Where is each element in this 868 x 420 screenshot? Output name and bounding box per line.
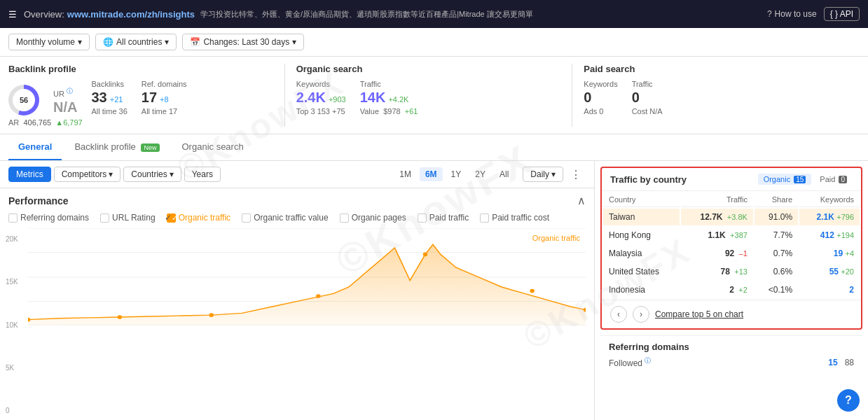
country-name: Hong Kong <box>603 227 680 244</box>
share-cell: <0.1% <box>755 281 798 298</box>
col-keywords: Keywords <box>799 192 860 207</box>
help-question-icon: ? <box>767 9 772 19</box>
share-cell: 0.6% <box>755 263 798 280</box>
checkbox-icon-url-rating[interactable] <box>100 214 109 223</box>
performance-title: Performance <box>8 195 69 206</box>
traffic-cell: 2 +2 <box>681 281 753 298</box>
main-content: Metrics Competitors ▾ Countries ▾ Years … <box>0 161 868 420</box>
paid-search-title: Paid search <box>584 64 848 74</box>
ur-stat: UR ⓘ N/A <box>53 87 77 115</box>
checkbox-icon-organic-traffic[interactable]: ✓ <box>167 214 176 223</box>
next-page-button[interactable]: › <box>633 306 649 323</box>
organic-tab[interactable]: Organic 15 <box>758 174 812 185</box>
country-name: Malaysia <box>603 245 680 262</box>
help-link[interactable]: ? How to use <box>767 9 817 19</box>
tab-organic-search[interactable]: Organic search <box>172 134 254 160</box>
share-cell: 0.7% <box>755 245 798 262</box>
traffic-country-header: Traffic by country Organic 15 Paid 0 <box>602 168 861 191</box>
chevron-down-icon: ▾ <box>551 169 556 179</box>
organic-keywords-stat: Keywords 2.4K +903 Top 3 153 +75 <box>296 80 346 115</box>
checkbox-icon-paid-traffic-cost[interactable] <box>480 214 489 223</box>
table-row: Malaysia 92 –1 0.7% 19 +4 <box>603 245 860 262</box>
top-nav: ☰ Overview: www.mitrade.com/zh/insights … <box>0 0 868 28</box>
table-row: Taiwan 12.7K +3.8K 91.0% 2.1K +796 <box>603 209 860 225</box>
paid-tab[interactable]: Paid 0 <box>814 174 853 185</box>
chart-more-button[interactable]: ⋮ <box>566 168 586 181</box>
countries-button[interactable]: Countries ▾ <box>123 167 181 182</box>
all-countries-filter[interactable]: 🌐 All countries ▾ <box>95 34 177 50</box>
period-all[interactable]: All <box>494 167 514 181</box>
chart-toolbar: Metrics Competitors ▾ Countries ▾ Years … <box>0 161 594 188</box>
period-2y[interactable]: 2Y <box>469 167 491 181</box>
changes-filter[interactable]: 📅 Changes: Last 30 days ▾ <box>182 34 304 50</box>
checkbox-paid-traffic-cost[interactable]: Paid traffic cost <box>480 213 549 223</box>
period-1m[interactable]: 1M <box>394 167 417 181</box>
checkboxes-row: Referring domains URL Rating ✓ Organic t… <box>0 210 594 228</box>
help-bubble-button[interactable]: ? <box>837 389 860 412</box>
traffic-cell: 92 –1 <box>681 245 753 262</box>
chevron-down-icon: ▾ <box>78 37 82 47</box>
dr-circle: 56 <box>8 85 39 115</box>
keywords-cell: 55 +20 <box>799 263 860 280</box>
svg-point-7 <box>209 313 214 317</box>
dr-value: 56 <box>13 89 35 111</box>
checkbox-organic-traffic[interactable]: ✓ Organic traffic <box>167 213 230 223</box>
svg-point-8 <box>316 294 321 298</box>
metrics-button[interactable]: Metrics <box>8 167 51 182</box>
organic-search-title: Organic search <box>296 64 561 74</box>
checkbox-icon-organic-traffic-value[interactable] <box>242 214 251 223</box>
new-badge: New <box>141 144 159 152</box>
chart-area: Organic traffic 20K 15K 10K 5K 0 <box>0 228 594 420</box>
table-row: United States 78 +13 0.6% 55 +20 <box>603 263 860 280</box>
checkbox-icon-paid-traffic[interactable] <box>418 214 427 223</box>
ar-row: AR 406,765 ▲6,797 <box>8 118 273 127</box>
paid-search-block: Paid search Keywords 0 Ads 0 Traffic 0 C… <box>572 64 860 127</box>
competitors-button[interactable]: Competitors ▾ <box>54 167 121 182</box>
keywords-cell: 412 +194 <box>799 227 860 244</box>
compare-top5-link[interactable]: Compare top 5 on chart <box>655 309 743 319</box>
tabs-bar: General Backlink profile New Organic sea… <box>0 134 868 161</box>
paid-traffic-stat: Traffic 0 Cost N/A <box>632 80 663 115</box>
calendar-icon: 📅 <box>190 37 200 47</box>
api-button[interactable]: { } API <box>824 7 860 21</box>
organic-search-block: Organic search Keywords 2.4K +903 Top 3 … <box>284 64 572 127</box>
checkbox-referring-domains[interactable]: Referring domains <box>8 213 89 223</box>
paid-count: 0 <box>839 176 847 183</box>
col-country: Country <box>603 192 680 207</box>
period-6m[interactable]: 6M <box>420 167 443 181</box>
tab-backlink-profile[interactable]: Backlink profile New <box>64 134 169 160</box>
traffic-by-country: Traffic by country Organic 15 Paid 0 Cou… <box>600 167 862 330</box>
years-button[interactable]: Years <box>184 167 221 182</box>
country-pagination: ‹ › Compare top 5 on chart <box>602 300 861 328</box>
svg-point-10 <box>530 289 535 293</box>
traffic-cell: 1.1K +387 <box>681 227 753 244</box>
prev-page-button[interactable]: ‹ <box>610 306 627 323</box>
period-1y[interactable]: 1Y <box>446 167 467 181</box>
performance-chart <box>28 228 586 326</box>
checkbox-icon-organic-pages[interactable] <box>340 214 349 223</box>
site-url[interactable]: www.mitrade.com/zh/insights <box>67 9 195 20</box>
followed-values: 15 88 <box>828 358 854 368</box>
collapse-button[interactable]: ∧ <box>577 194 586 207</box>
checkbox-icon-referring[interactable] <box>8 214 18 223</box>
checkbox-organic-traffic-value[interactable]: Organic traffic value <box>242 213 329 223</box>
checkbox-url-rating[interactable]: URL Rating <box>100 213 156 223</box>
table-row: Hong Kong 1.1K +387 7.7% 412 +194 <box>603 227 860 244</box>
chevron-down-icon: ▾ <box>109 169 113 179</box>
checkbox-organic-pages[interactable]: Organic pages <box>340 213 406 223</box>
country-name: Indonesia <box>603 281 680 298</box>
organic-traffic-stat: Traffic 14K +4.2K Value $978 +61 <box>360 80 418 115</box>
checkbox-paid-traffic[interactable]: Paid traffic <box>418 213 469 223</box>
keywords-cell: 2.1K +796 <box>799 209 860 225</box>
backlink-profile-block: Backlink profile 56 UR ⓘ N/A Backlinks 3… <box>8 64 284 127</box>
tab-general[interactable]: General <box>8 134 62 160</box>
filter-bar: Monthly volume ▾ 🌐 All countries ▾ 📅 Cha… <box>0 28 868 57</box>
chevron-down-icon: ▾ <box>292 37 296 47</box>
chart-organic-label: Organic traffic <box>532 234 580 242</box>
monthly-volume-filter[interactable]: Monthly volume ▾ <box>8 34 90 50</box>
daily-button[interactable]: Daily ▾ <box>523 167 563 182</box>
country-table: Country Traffic Share Keywords Taiwan 12… <box>602 191 861 300</box>
menu-icon[interactable]: ☰ <box>8 9 17 20</box>
keywords-cell: 19 +4 <box>799 245 860 262</box>
col-traffic: Traffic <box>681 192 753 207</box>
